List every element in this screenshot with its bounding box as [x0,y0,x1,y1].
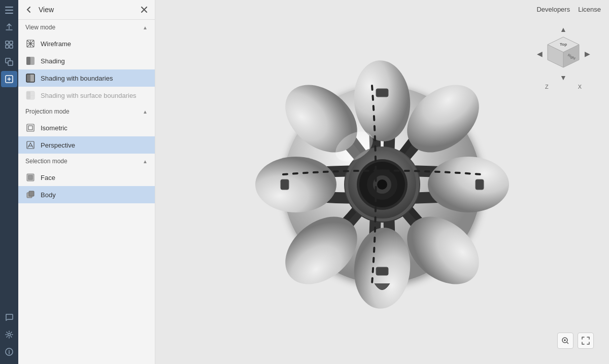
wireframe-icon [25,39,36,49]
svg-rect-46 [281,179,289,190]
shading-icon [25,56,36,66]
shading-boundaries-item[interactable]: Shading with boundaries [18,69,155,87]
body-icon [25,190,36,200]
x-axis-label: X [578,84,582,90]
panel-close-button[interactable] [139,4,150,15]
face-label: Face [41,174,55,181]
svg-rect-1 [5,10,13,11]
orient-up-arrow[interactable]: ▲ [560,25,567,33]
selection-mode-section: Selection mode ▲ Face Body [18,154,155,203]
panel-title: View [39,6,134,14]
view-mode-header[interactable]: View mode ▲ [18,20,155,35]
license-link[interactable]: License [578,6,601,13]
shading-item[interactable]: Shading [18,52,155,69]
face-item[interactable]: Face [18,169,155,186]
zoom-fit-button[interactable] [557,333,573,349]
shading-boundaries-label: Shading with boundaries [41,75,113,82]
projection-mode-title: Projection mode [25,108,70,115]
sidebar-icon-chat[interactable] [1,309,17,325]
svg-rect-25 [28,175,32,179]
orient-right-arrow[interactable]: ▶ [585,50,590,58]
sidebar-icon-layers[interactable] [1,37,17,53]
svg-rect-45 [376,89,388,97]
shading-surface-icon [25,90,36,100]
sidebar [0,0,18,364]
orient-down-arrow[interactable]: ▼ [560,74,567,82]
svg-rect-21 [27,124,34,131]
sidebar-icon-tools[interactable] [1,71,17,87]
svg-point-10 [8,334,11,336]
panel-header: View [18,0,155,20]
orient-left-arrow[interactable]: ◀ [537,50,543,58]
projection-mode-chevron: ▲ [143,109,148,115]
projection-mode-header[interactable]: Projection mode ▲ [18,104,155,119]
svg-point-43 [377,179,387,190]
perspective-icon [25,140,36,150]
sidebar-icon-settings[interactable] [1,326,17,343]
svg-rect-14 [26,57,30,65]
svg-rect-27 [29,191,34,196]
topbar: Developers License [155,0,609,18]
svg-rect-6 [10,45,13,48]
wireframe-item[interactable]: Wireframe [18,35,155,52]
shading-surface-item: Shading with surface boundaries [18,87,155,104]
shading-label: Shading [41,57,65,65]
svg-rect-3 [6,41,9,44]
panel-back-button[interactable] [23,4,35,15]
isometric-icon [25,123,36,133]
sidebar-icon-export[interactable] [1,19,17,35]
developers-link[interactable]: Developers [536,6,570,13]
body-item[interactable]: Body [18,186,155,203]
isometric-label: Isometric [41,124,67,132]
svg-rect-4 [10,41,13,44]
svg-rect-2 [5,13,13,14]
viewport[interactable]: Developers License [155,0,609,364]
view-mode-chevron: ▲ [143,25,148,30]
svg-rect-16 [26,74,30,82]
selection-mode-title: Selection mode [25,158,67,165]
z-axis-label: Z [545,84,549,90]
isometric-item[interactable]: Isometric [18,119,155,136]
selection-mode-header[interactable]: Selection mode ▲ [18,154,155,169]
sidebar-icon-info[interactable] [1,344,17,360]
sidebar-icon-shapes[interactable] [1,54,17,70]
projection-mode-section: Projection mode ▲ Isometric Persp [18,104,155,154]
view-mode-section: View mode ▲ Wireframe Shading [18,20,155,104]
orient-cube[interactable]: Top Right [545,34,583,72]
selection-mode-chevron: ▲ [143,159,148,164]
svg-rect-47 [476,179,484,190]
svg-rect-8 [8,61,13,65]
svg-text:Top: Top [559,42,566,47]
svg-rect-44 [376,267,388,275]
svg-point-35 [255,157,336,212]
face-icon [25,172,36,183]
svg-point-31 [428,157,509,212]
sidebar-icon-menu[interactable] [1,2,17,18]
orientation-widget: ▲ ◀ Top Right ▶ ▼ Z [533,25,594,101]
wireframe-label: Wireframe [41,40,71,48]
svg-rect-5 [6,45,9,48]
svg-rect-0 [5,7,13,8]
body-label: Body [41,191,56,199]
view-panel: View View mode ▲ Wireframe [18,0,155,364]
view-mode-title: View mode [25,24,55,31]
svg-rect-22 [28,126,32,130]
viewport-controls [557,333,594,349]
3d-model [250,40,514,324]
shading-boundaries-icon [25,73,36,83]
shading-surface-label: Shading with surface boundaries [41,92,137,99]
perspective-item[interactable]: Perspective [18,136,155,154]
perspective-label: Perspective [41,141,75,149]
fullscreen-button[interactable] [578,333,594,349]
